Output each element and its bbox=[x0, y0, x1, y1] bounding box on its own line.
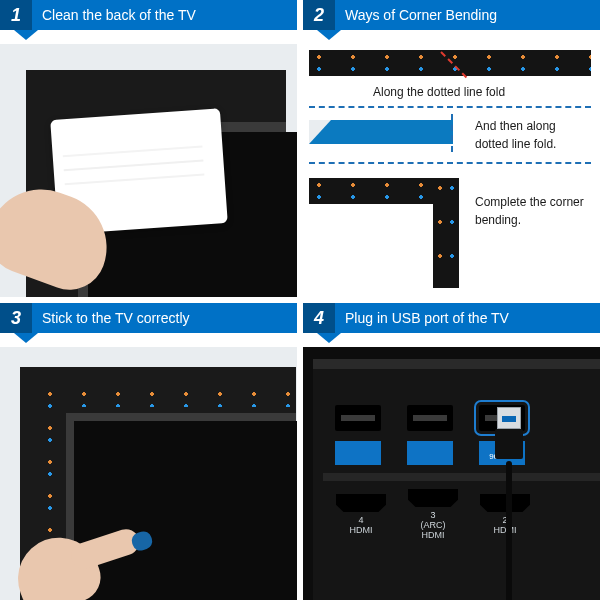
panel-separator bbox=[323, 473, 600, 481]
step-number: 3 bbox=[0, 303, 32, 333]
step-number: 1 bbox=[0, 0, 32, 30]
panel-2-content: Along the dotted line fold And then alon… bbox=[303, 44, 600, 297]
caption-step2a: And then along bbox=[475, 118, 556, 135]
hdmi-slot-icon bbox=[336, 494, 386, 512]
hdmi-port-2: 2 HDMI bbox=[479, 494, 531, 536]
caption-step3b: bending. bbox=[475, 212, 521, 229]
panel-4: 4 Plug in USB port of the TV 5 V 900mA bbox=[303, 303, 600, 600]
hdmi-sub: HDMI bbox=[479, 526, 531, 536]
panel-3: 3 Stick to the TV correctly bbox=[0, 303, 297, 600]
arrow-down-icon bbox=[317, 30, 341, 40]
arrow-down-icon bbox=[317, 333, 341, 343]
hdmi-port-3: 3 (ARC) HDMI bbox=[407, 489, 459, 541]
caption-step1: Along the dotted line fold bbox=[373, 84, 505, 101]
panel-3-header: 3 Stick to the TV correctly bbox=[0, 303, 297, 333]
usb-plug-icon bbox=[494, 407, 524, 461]
caption-step3a: Complete the corner bbox=[475, 194, 584, 211]
instruction-grid: 1 Clean the back of the TV 2 Ways of Cor… bbox=[0, 0, 600, 600]
panel-1: 1 Clean the back of the TV bbox=[0, 0, 297, 297]
hdmi-slot-icon bbox=[480, 494, 530, 512]
step-number: 4 bbox=[303, 303, 335, 333]
panel-1-content bbox=[0, 44, 297, 297]
usb-tip bbox=[497, 407, 521, 429]
port-label bbox=[407, 441, 453, 465]
tv-back-panel: 5 V 900mA 4 HDMI 3 (ARC) HDMI bbox=[313, 359, 600, 600]
step-title: Ways of Corner Bending bbox=[335, 7, 497, 23]
hdmi-port-4: 4 HDMI bbox=[335, 494, 387, 536]
tv-screen bbox=[74, 421, 297, 600]
step-number: 2 bbox=[303, 0, 335, 30]
caption-step2b: dotted line fold. bbox=[475, 136, 556, 153]
arrow-down-icon bbox=[14, 30, 38, 40]
fold-line-vertical bbox=[451, 114, 453, 152]
applied-strip-top bbox=[40, 387, 290, 407]
arrow-down-icon bbox=[14, 333, 38, 343]
panel-4-header: 4 Plug in USB port of the TV bbox=[303, 303, 600, 333]
panel-4-content: 5 V 900mA 4 HDMI 3 (ARC) HDMI bbox=[303, 347, 600, 600]
panel-3-content bbox=[0, 347, 297, 600]
step-title: Plug in USB port of the TV bbox=[335, 310, 509, 326]
port-label bbox=[335, 441, 381, 465]
hdmi-row: 4 HDMI 3 (ARC) HDMI 2 HDMI bbox=[335, 489, 531, 541]
led-strip-vertical bbox=[433, 178, 459, 288]
usb-body bbox=[495, 429, 523, 459]
port-1 bbox=[335, 405, 381, 431]
divider-line bbox=[309, 106, 591, 108]
hdmi-sub: HDMI bbox=[335, 526, 387, 536]
port-2 bbox=[407, 405, 453, 431]
step-title: Stick to the TV correctly bbox=[32, 310, 190, 326]
panel-2-header: 2 Ways of Corner Bending bbox=[303, 0, 600, 30]
panel-1-header: 1 Clean the back of the TV bbox=[0, 0, 297, 30]
folded-strip bbox=[309, 120, 453, 144]
hdmi-slot-icon bbox=[408, 489, 458, 507]
panel-2: 2 Ways of Corner Bending Along the dotte… bbox=[303, 0, 600, 297]
step-title: Clean the back of the TV bbox=[32, 7, 196, 23]
hdmi-sub: (ARC) HDMI bbox=[407, 521, 459, 541]
divider-line bbox=[309, 162, 591, 164]
usb-cable bbox=[506, 461, 512, 600]
